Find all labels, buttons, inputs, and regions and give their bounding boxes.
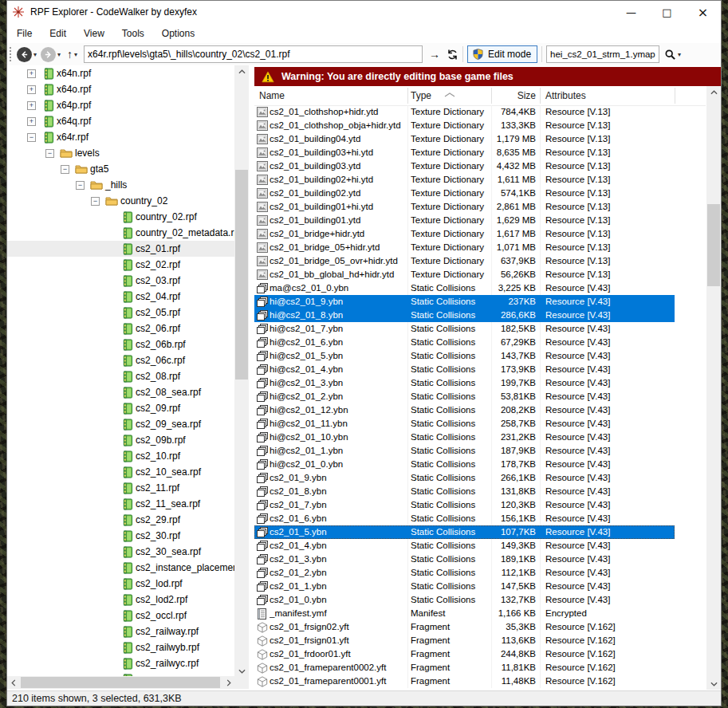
- edit-mode-toggle-button[interactable]: Edit mode: [467, 45, 537, 63]
- tree-vertical-scrollbar[interactable]: [234, 65, 249, 677]
- file-row-hi-cs2-01-3-ybn[interactable]: hi@cs2_01_3.ybnStatic Collisions199,7KBR…: [254, 376, 675, 390]
- file-row-hi-cs2-01-6-ybn[interactable]: hi@cs2_01_6.ybnStatic Collisions67,29KBR…: [254, 336, 675, 349]
- tree-item-x64n-rpf[interactable]: +x64n.rpf: [7, 65, 234, 81]
- menu-file[interactable]: File: [9, 25, 40, 42]
- list-scrollbar-thumb[interactable]: [707, 204, 720, 286]
- file-row-cs2-01-frdoor01-yft[interactable]: cs2_01_frdoor01.yftFragment244,8KBResour…: [254, 647, 675, 661]
- address-bar-input[interactable]: [84, 45, 423, 63]
- tree-item-cs2-occl-rpf[interactable]: cs2_occl.rpf: [7, 608, 234, 623]
- file-row-cs2-01-building02-hi-ytd[interactable]: cs2_01_building02+hi.ytdTexture Dictiona…: [254, 173, 675, 187]
- column-header-name[interactable]: Name: [259, 86, 285, 105]
- tree-item-cs2-railway-rpf[interactable]: cs2_railway.rpf: [7, 623, 234, 639]
- file-row-cs2-01-5-ybn[interactable]: cs2_01_5.ybnStatic Collisions107,7KBReso…: [254, 525, 675, 539]
- refresh-button[interactable]: [447, 49, 458, 61]
- file-row-cs2-01-building03-ytd[interactable]: cs2_01_building03.ytdTexture Dictionary4…: [254, 159, 675, 173]
- file-row-cs2-01-bb-global-hd-hidr-ytd[interactable]: cs2_01_bb_global_hd+hidr.ytdTexture Dict…: [254, 268, 675, 281]
- file-row-hi-cs2-01-7-ybn[interactable]: hi@cs2_01_7.ybnStatic Collisions182,5KBR…: [254, 322, 675, 336]
- file-row-cs2-01-building01-ytd[interactable]: cs2_01_building01.ytdTexture Dictionary1…: [254, 214, 675, 227]
- close-button[interactable]: ×: [685, 1, 721, 23]
- minimize-button[interactable]: —: [613, 1, 649, 23]
- tree-item-gta5[interactable]: −gta5: [7, 161, 234, 177]
- file-row-cs2-01-frsign01-yft[interactable]: cs2_01_frsign01.yftFragment113,6KBResour…: [254, 634, 675, 647]
- file-row-cs2-01-building03-hi-ytd[interactable]: cs2_01_building03+hi.ytdTexture Dictiona…: [254, 146, 675, 159]
- go-to-address-button[interactable]: →: [429, 48, 440, 61]
- file-row-hi-cs2-01-8-ybn[interactable]: hi@cs2_01_8.ybnStatic Collisions286,6KBR…: [254, 309, 675, 322]
- file-row-cs2-01-1-ybn[interactable]: cs2_01_1.ybnStatic Collisions147,5KBReso…: [254, 580, 675, 593]
- tree-item-cs2-11-rpf[interactable]: cs2_11.rpf: [7, 480, 234, 496]
- collapse-minus-icon[interactable]: −: [91, 197, 100, 206]
- file-row-cs2-01-bridge-05-hidr-ytd[interactable]: cs2_01_bridge_05+hidr.ytdTexture Diction…: [254, 241, 675, 254]
- maximize-button[interactable]: □: [649, 1, 685, 23]
- file-row-cs2-01-frsign02-yft[interactable]: cs2_01_frsign02.yftFragment35,3KBResourc…: [254, 620, 675, 634]
- file-row-hi-cs2-01-1-ybn[interactable]: hi@cs2_01_1.ybnStatic Collisions187,9KBR…: [254, 444, 675, 458]
- tree-item-country-02[interactable]: −country_02: [7, 193, 234, 209]
- column-divider[interactable]: [675, 88, 675, 104]
- tree-item-country-02-metadata-rpf[interactable]: country_02_metadata.rpf: [7, 225, 234, 241]
- tree-item-cs2-instance-placement-rpf[interactable]: cs2_instance_placement.rpf: [7, 560, 234, 576]
- tree-item-levels[interactable]: −levels: [7, 145, 234, 161]
- tree-item-cs2-30-rpf[interactable]: cs2_30.rpf: [7, 528, 234, 544]
- forward-history-dropdown-icon[interactable]: ▾: [57, 51, 61, 58]
- file-row-cs2-01-3-ybn[interactable]: cs2_01_3.ybnStatic Collisions189,1KBReso…: [254, 553, 675, 566]
- scroll-down-icon[interactable]: [234, 665, 249, 677]
- tree-item-cs2-06c-rpf[interactable]: cs2_06c.rpf: [7, 352, 234, 368]
- collapse-minus-icon[interactable]: −: [27, 133, 36, 142]
- file-row-cs2-01-building02-ytd[interactable]: cs2_01_building02.ytdTexture Dictionary5…: [254, 187, 675, 200]
- toolbar-grip[interactable]: [9, 46, 12, 62]
- menu-edit[interactable]: Edit: [41, 25, 74, 42]
- tree-item-x64r-rpf[interactable]: −x64r.rpf: [7, 129, 234, 145]
- tree-item-cs2-lod2-rpf[interactable]: cs2_lod2.rpf: [7, 592, 234, 608]
- tree-item-cs2-09-sea-rpf[interactable]: cs2_09_sea.rpf: [7, 416, 234, 432]
- tree-item-cs2-lod-rpf[interactable]: cs2_lod.rpf: [7, 576, 234, 592]
- tree-item-cs2-06-rpf[interactable]: cs2_06.rpf: [7, 321, 234, 336]
- column-divider[interactable]: [407, 88, 408, 104]
- file-row-hi-cs2-01-0-ybn[interactable]: hi@cs2_01_0.ybnStatic Collisions178,7KBR…: [254, 458, 675, 471]
- collapse-minus-icon[interactable]: −: [76, 181, 85, 190]
- file-row-hi-cs2-01-10-ybn[interactable]: hi@cs2_01_10.ybnStatic Collisions231,2KB…: [254, 431, 675, 444]
- tree-item-cs2-30-sea-rpf[interactable]: cs2_30_sea.rpf: [7, 544, 234, 560]
- tree-item-cs2-10-sea-rpf[interactable]: cs2_10_sea.rpf: [7, 464, 234, 480]
- back-button[interactable]: [17, 47, 32, 62]
- tree-item-cs2-05-rpf[interactable]: cs2_05.rpf: [7, 305, 234, 321]
- file-row-cs2-01-7-ybn[interactable]: cs2_01_7.ybnStatic Collisions120,3KBReso…: [254, 498, 675, 512]
- tree-item-cs2-railwyc-rpf[interactable]: cs2_railwyc.rpf: [7, 655, 234, 671]
- file-row-hi-cs2-01-9-ybn[interactable]: hi@cs2_01_9.ybnStatic Collisions237KBRes…: [254, 295, 675, 309]
- expand-plus-icon[interactable]: +: [27, 85, 36, 94]
- column-header-attributes[interactable]: Attributes: [545, 86, 586, 105]
- scroll-right-icon[interactable]: [222, 676, 234, 689]
- file-row-cs2-01-4-ybn[interactable]: cs2_01_4.ybnStatic Collisions149,3KBReso…: [254, 539, 675, 553]
- tree-item-x64o-rpf[interactable]: +x64o.rpf: [7, 81, 234, 97]
- tree-item-cs2-04-rpf[interactable]: cs2_04.rpf: [7, 289, 234, 305]
- file-row-hi-cs2-01-12-ybn[interactable]: hi@cs2_01_12.ybnStatic Collisions208,2KB…: [254, 403, 675, 417]
- tree-item--hills[interactable]: −_hills: [7, 177, 234, 193]
- menu-options[interactable]: Options: [154, 25, 203, 42]
- file-row-cs2-01-8-ybn[interactable]: cs2_01_8.ybnStatic Collisions131,8KBReso…: [254, 485, 675, 498]
- tree-item-cs2-09b-rpf[interactable]: cs2_09b.rpf: [7, 432, 234, 448]
- scroll-left-icon[interactable]: [7, 676, 19, 689]
- menu-view[interactable]: View: [76, 25, 112, 42]
- tree-item-cs2-29-rpf[interactable]: cs2_29.rpf: [7, 512, 234, 528]
- file-row-cs2-01-clothshop-obja-hidr-ytd[interactable]: cs2_01_clothshop_obja+hidr.ytdTexture Di…: [254, 119, 675, 132]
- tree-scrollbar-thumb[interactable]: [235, 170, 248, 380]
- tree-item-x64p-rpf[interactable]: +x64p.rpf: [7, 97, 234, 113]
- scroll-up-icon[interactable]: [706, 86, 721, 98]
- column-divider[interactable]: [540, 88, 541, 104]
- file-row-cs2-01-9-ybn[interactable]: cs2_01_9.ybnStatic Collisions266,1KBReso…: [254, 471, 675, 485]
- tree-item-country-02-rpf[interactable]: country_02.rpf: [7, 209, 234, 225]
- tree-item-cs2-11-sea-rpf[interactable]: cs2_11_sea.rpf: [7, 496, 234, 512]
- file-row-cs2-01-6-ybn[interactable]: cs2_01_6.ybnStatic Collisions156,1KBReso…: [254, 512, 675, 525]
- expand-plus-icon[interactable]: +: [27, 69, 36, 78]
- tree-item-cs2-01-rpf[interactable]: cs2_01.rpf: [7, 241, 234, 257]
- file-row-cs2-01-0-ybn[interactable]: cs2_01_0.ybnStatic Collisions132,7KBReso…: [254, 593, 675, 607]
- column-header-type[interactable]: Type: [411, 86, 431, 105]
- tree-hscrollbar-thumb[interactable]: [21, 677, 220, 688]
- tree-item-cs2-09-rpf[interactable]: cs2_09.rpf: [7, 400, 234, 416]
- file-row-hi-cs2-01-2-ybn[interactable]: hi@cs2_01_2.ybnStatic Collisions53,81KBR…: [254, 390, 675, 403]
- up-one-level-button[interactable]: ↑: [67, 48, 73, 61]
- expand-plus-icon[interactable]: +: [27, 117, 36, 126]
- file-row-cs2-01-frameparent0001-yft[interactable]: cs2_01_frameparent0001.yftFragment11,48K…: [254, 675, 675, 688]
- file-row-cs2-01-building04-ytd[interactable]: cs2_01_building04.ytdTexture Dictionary1…: [254, 132, 675, 146]
- up-dropdown-icon[interactable]: ▾: [74, 51, 77, 58]
- list-vertical-scrollbar[interactable]: [706, 86, 721, 690]
- forward-button[interactable]: [41, 47, 56, 62]
